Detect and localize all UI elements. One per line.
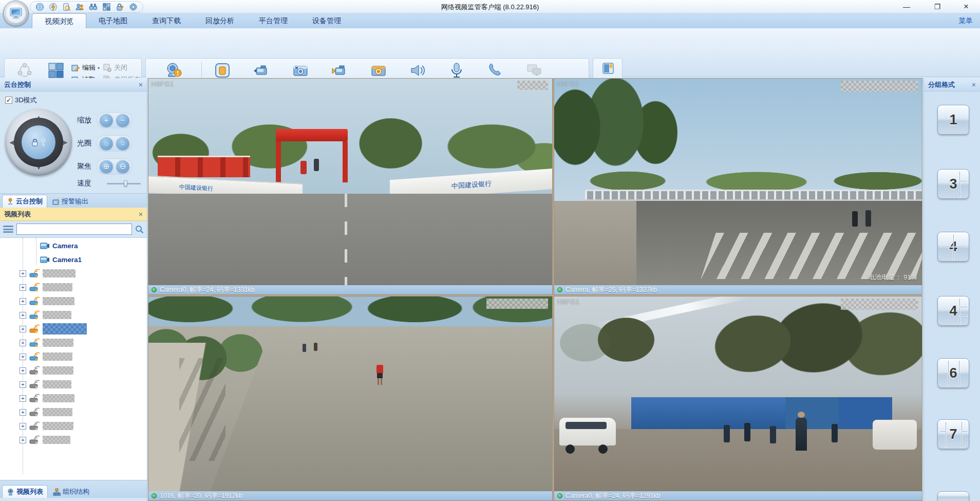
expand-icon[interactable]: + — [20, 437, 26, 443]
tree-device-offline[interactable]: + — [20, 379, 71, 390]
layout-button-3[interactable]: 3 — [937, 169, 969, 199]
tree-item-camera1[interactable]: Camera1 — [40, 254, 82, 265]
video-list-close-icon[interactable]: × — [139, 208, 143, 221]
focus-label: 聚焦 — [77, 162, 91, 171]
video-cell-4[interactable]: H6FG1 Camera0, 帧率=24, 码率=1291kb — [554, 296, 922, 501]
tree-device-selected[interactable]: + — [20, 323, 87, 335]
tree-device-online[interactable]: + — [20, 295, 74, 307]
tab-platform[interactable]: 平台管理 — [247, 13, 300, 28]
video-list-header: 视频列表 × — [0, 208, 147, 221]
expand-icon[interactable]: + — [20, 423, 26, 430]
redacted-label-selected — [43, 323, 87, 335]
tree-device-online[interactable]: + — [20, 268, 76, 279]
focus-near-button[interactable]: ⊕ — [100, 160, 113, 173]
tab-playback[interactable]: 回放分析 — [193, 13, 247, 28]
tree-device-online[interactable]: + — [20, 309, 71, 321]
video-status-bar: 1016, 帧率=20, 码率=1912kb — [148, 491, 552, 500]
expand-icon[interactable]: + — [20, 381, 26, 388]
redacted-label — [43, 339, 73, 347]
video-cell-2[interactable]: H6FG1 电池电量： 91% Camera, 帧率=25, 码率=1327kb — [554, 78, 922, 295]
joystick-icon — [7, 198, 14, 205]
video-cell-3[interactable]: 1016, 帧率=20, 码率=1912kb — [148, 296, 553, 501]
device-offline-icon — [29, 393, 40, 403]
redacted-label — [43, 283, 72, 291]
layout-button-7[interactable]: 7 — [937, 419, 969, 449]
ptz-lock-hub[interactable] — [22, 125, 55, 159]
expand-icon[interactable]: + — [20, 409, 26, 416]
restore-button[interactable]: ❐ — [929, 0, 946, 13]
layout-button-1[interactable]: 1 — [937, 105, 969, 135]
tree-device-online[interactable]: + — [20, 282, 72, 293]
tree-device-offline[interactable]: + — [20, 393, 74, 404]
tree-device-online[interactable]: + — [20, 337, 73, 348]
device-offline-icon — [29, 435, 40, 445]
tree-device-offline[interactable]: + — [20, 406, 72, 418]
online-dot-icon — [152, 287, 157, 292]
layout-panel-close-icon[interactable]: × — [972, 78, 976, 91]
tab-video-browse[interactable]: 视频浏览 — [32, 13, 86, 28]
speed-slider[interactable] — [107, 183, 141, 184]
video-cell-1[interactable]: 中国建设银行 中国建设银行 H6FG1 Camera0, 帧率=24, 码率=1… — [148, 78, 553, 295]
expand-icon[interactable]: + — [20, 354, 26, 360]
tab-alarm-output[interactable]: IO 报警输出 — [48, 195, 92, 208]
minimize-button[interactable]: — — [898, 0, 915, 13]
video-watermark: H6FG1 — [557, 299, 580, 306]
slider-thumb[interactable] — [124, 180, 127, 187]
tab-org-structure[interactable]: 组织结构 — [49, 486, 93, 498]
layout-button-4[interactable]: 4 — [937, 232, 969, 262]
tree-device-online[interactable]: + — [20, 351, 72, 362]
list-menu-icon[interactable] — [3, 226, 13, 233]
zoom-in-button[interactable]: + — [100, 114, 113, 127]
key-small-icon — [41, 138, 46, 147]
tree-item-camera[interactable]: Camera — [40, 240, 78, 251]
red-tents — [158, 156, 250, 177]
redacted-overlay — [517, 81, 548, 90]
tab-query-download[interactable]: 查询下载 — [140, 13, 193, 28]
stream-stats: Camera, 帧率=25, 码率=1327kb — [566, 286, 657, 294]
video-status-bar: Camera0, 帧率=24, 码率=1291kb — [554, 491, 922, 500]
device-online-icon — [29, 351, 40, 362]
camcorder-icon — [253, 62, 270, 79]
app-menu-orb[interactable] — [3, 1, 29, 26]
tree-device-offline[interactable]: + — [20, 420, 73, 432]
white-cart — [873, 420, 917, 450]
iris-open-button[interactable]: ☼ — [100, 137, 113, 150]
focus-far-button[interactable]: ⊖ — [116, 160, 129, 173]
iris-close-button[interactable]: ○ — [116, 137, 129, 150]
tree-device-offline[interactable]: + — [20, 434, 70, 446]
tree-device-offline[interactable]: + — [20, 365, 73, 376]
tab-ptz-control[interactable]: 云台控制 — [2, 195, 47, 208]
close-button[interactable]: × — [957, 0, 975, 13]
phone-icon — [487, 62, 504, 79]
search-icon[interactable] — [135, 225, 144, 234]
ptz-close-icon[interactable]: × — [139, 78, 143, 91]
guard-fence — [585, 190, 922, 201]
tab-emap[interactable]: 电子地图 — [86, 13, 140, 28]
tab-device[interactable]: 设备管理 — [300, 13, 353, 28]
search-input[interactable] — [16, 224, 132, 235]
3d-mode-checkbox[interactable]: ✓ 3D模式 — [5, 96, 37, 105]
alarm-output-icon: IO — [52, 198, 60, 205]
expand-icon[interactable]: + — [20, 312, 26, 319]
redacted-overlay — [841, 81, 918, 92]
expand-icon[interactable]: + — [20, 284, 26, 291]
ptz-joystick[interactable]: ▲ ▼ ◀ ▶ — [5, 109, 72, 176]
expand-icon[interactable]: + — [20, 395, 26, 402]
layout-button-6[interactable]: 6 — [937, 358, 969, 388]
menu-button[interactable]: 菜单 — [958, 13, 973, 28]
expand-icon[interactable]: + — [20, 298, 26, 305]
expand-icon[interactable]: + — [20, 340, 26, 346]
expand-icon[interactable]: + — [20, 367, 26, 374]
expand-icon[interactable]: + — [20, 270, 26, 277]
tab-video-list[interactable]: 视频列表 — [2, 485, 48, 498]
layout-button-partial[interactable] — [937, 491, 969, 501]
expand-icon[interactable]: + — [20, 326, 26, 332]
iris-label: 光圈 — [77, 139, 91, 148]
battery-overlay: 电池电量： 91% — [868, 273, 917, 282]
layout-panel: 分组格式 × 1 3 4 4 6 — [924, 78, 980, 501]
zoom-out-button[interactable]: − — [116, 114, 129, 127]
redacted-label — [43, 394, 74, 402]
layout-button-4b[interactable]: 4 — [937, 296, 969, 326]
edit-group-button[interactable]: 编辑▾ — [71, 63, 100, 73]
online-dot-icon — [152, 493, 157, 498]
